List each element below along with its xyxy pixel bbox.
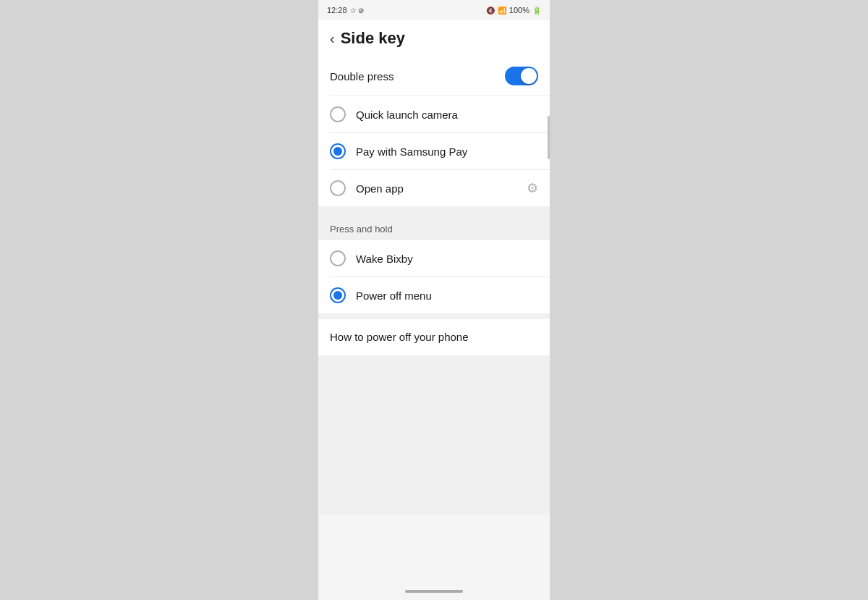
- home-bar: [405, 590, 463, 593]
- status-icons-left: ☆ ⊘: [350, 7, 365, 14]
- gear-icon[interactable]: ⚙: [527, 180, 538, 196]
- radio-wake-bixby[interactable]: [330, 250, 346, 266]
- press-hold-label: Press and hold: [330, 224, 393, 234]
- press-hold-header: Press and hold: [318, 212, 550, 240]
- status-time: 12:28: [327, 6, 347, 14]
- status-bar-left: 12:28 ☆ ⊘: [327, 6, 364, 14]
- battery-icon: 🔋: [532, 7, 541, 14]
- option-pay-samsung-pay[interactable]: Pay with Samsung Pay: [318, 133, 550, 169]
- open-app-label: Open app: [356, 182, 516, 195]
- page-header: ‹ Side key: [318, 20, 550, 56]
- wifi-icon: 📶: [498, 7, 506, 14]
- how-to-power-off-label: How to power off your phone: [330, 331, 469, 343]
- power-off-menu-label: Power off menu: [356, 290, 538, 302]
- radio-pay-samsung-pay[interactable]: [330, 143, 346, 159]
- phone-container: 12:28 ☆ ⊘ 🔇 📶 100% 🔋 ‹ Side key Double p…: [318, 0, 550, 600]
- option-quick-launch-camera[interactable]: Quick launch camera: [318, 96, 550, 132]
- remaining-space: [318, 355, 550, 515]
- double-press-label: Double press: [330, 70, 393, 83]
- content-area: Double press Quick launch camera Pay wit…: [318, 56, 550, 515]
- double-press-section: Double press Quick launch camera Pay wit…: [318, 56, 550, 206]
- radio-power-off-menu[interactable]: [330, 287, 346, 303]
- quick-launch-camera-label: Quick launch camera: [356, 109, 538, 121]
- press-and-hold-section: Wake Bixby Power off menu: [318, 240, 550, 313]
- option-open-app[interactable]: Open app ⚙: [318, 170, 550, 206]
- wake-bixby-label: Wake Bixby: [356, 253, 538, 265]
- status-bar: 12:28 ☆ ⊘ 🔇 📶 100% 🔋: [318, 0, 550, 20]
- page-title: Side key: [341, 29, 405, 48]
- scroll-indicator: [548, 116, 550, 159]
- radio-open-app[interactable]: [330, 180, 346, 196]
- how-to-power-off-section[interactable]: How to power off your phone: [318, 319, 550, 355]
- back-button[interactable]: ‹: [330, 31, 335, 46]
- mute-icon: 🔇: [486, 7, 495, 14]
- radio-quick-launch-camera[interactable]: [330, 106, 346, 122]
- status-bar-right: 🔇 📶 100% 🔋: [486, 6, 541, 14]
- double-press-toggle[interactable]: [505, 67, 538, 85]
- battery-label: 100%: [509, 6, 529, 14]
- pay-samsung-pay-label: Pay with Samsung Pay: [356, 145, 538, 158]
- double-press-header: Double press: [318, 56, 550, 96]
- option-power-off-menu[interactable]: Power off menu: [318, 277, 550, 313]
- option-wake-bixby[interactable]: Wake Bixby: [318, 240, 550, 276]
